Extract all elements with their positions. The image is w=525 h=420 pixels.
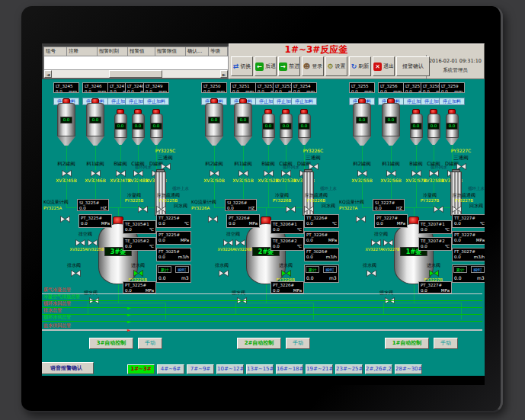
level-transmitter-display[interactable]: LT_32560.0mm [378,82,404,93]
page-button[interactable]: 23#~25# [335,364,363,374]
emergency-valve-icon[interactable] [304,206,314,213]
page-button[interactable]: 10#~12# [216,364,244,374]
tank-valve-icon[interactable] [357,170,367,177]
level-transmitter-display[interactable]: LT_32550.0mm [349,82,375,93]
instrument-display[interactable]: PT_3226#0.0MPa [304,231,339,245]
instrument-display[interactable]: TE_3205#20.0℃ [123,237,156,251]
level-transmitter-display[interactable]: LT_32450.0mm [53,82,79,93]
instrument-display[interactable]: PT_3225#0.0MPa [156,231,191,245]
instrument-display[interactable]: FT_3026#0.0m3/h [304,248,339,261]
tank-valve-icon[interactable] [91,170,101,177]
toolbar-button-refresh[interactable]: ↻刷新 [349,56,371,76]
inlet-valve-icon[interactable] [281,270,291,277]
voice-alarm-ack-button[interactable]: 语音报警确认 [42,362,94,374]
totalizer-display[interactable]: 累计瞬时0.0m3 [304,265,339,283]
page-button[interactable]: 7#~9# [187,364,214,374]
instrument-display[interactable]: TE_3207#20.0℃ [418,237,452,251]
instrument-display[interactable]: PT_3227#0.0MPa [374,214,408,228]
kq-flow-valve-icon[interactable] [60,216,70,223]
drain-valve-icon[interactable] [219,270,229,277]
level-transmitter-display[interactable]: LT_32490.0mm [143,82,169,93]
instrument-display[interactable]: TE_3207#10.0℃ [418,220,452,234]
toolbar-button-login[interactable]: ☻登录 [302,56,324,76]
instrument-display[interactable]: FT_3025#0.0m3/h [156,248,191,261]
tank-valve-icon[interactable] [210,170,219,177]
instrument-display[interactable]: PT_3226#0.0MPa [226,214,260,228]
instrument-display[interactable]: PT_3227#0.0MPa [452,231,485,245]
tank-valve-icon[interactable] [62,170,72,177]
inlet-valve-icon[interactable] [429,270,439,277]
instrument-display[interactable]: TT_3227#0.0℃ [452,214,485,228]
condenser-valve-icon[interactable] [138,206,148,213]
toolbar-button-alarm-ack[interactable]: 报警确认 [396,56,430,76]
totalizer-display[interactable]: 累计瞬时0.0m3 [156,265,191,283]
auto-control-button[interactable]: 2#自动控制 [237,338,281,349]
tank-valve-icon[interactable] [386,170,396,177]
instrument-display[interactable]: TT_3226#0.0℃ [304,214,339,228]
emergency-valve-icon[interactable] [156,206,166,213]
instrument-display[interactable]: TE_3205#10.0℃ [123,220,156,234]
scroll-right-arrow[interactable]: ► [220,70,228,78]
instrument-value: 0.0 [79,206,86,210]
instrument-display[interactable]: PT_3226#0.0MPa [271,281,304,293]
tank-valve-icon[interactable] [264,170,274,177]
instrument-display[interactable]: TT_3225#0.0℃ [156,214,191,228]
page-button[interactable]: 13#~15# [246,364,274,374]
totalizer-display[interactable]: 累计瞬时0.0m3 [452,265,485,283]
scroll-thumb[interactable] [109,70,162,78]
page-button[interactable]: 2#,26#,27 [365,364,392,374]
scroll-left-arrow[interactable]: ◄ [44,70,52,78]
instrument-display[interactable]: PT_3227#0.0MPa [418,281,452,293]
vent-valve-icon[interactable] [235,239,245,246]
emergency-valve-icon[interactable] [452,206,462,213]
alarm-scrollbar[interactable]: ◄ ► [44,69,228,78]
tank-valve-icon[interactable] [133,170,143,177]
vent-valve-icon[interactable] [75,239,85,246]
tank-valve-icon[interactable] [116,170,126,177]
page-button[interactable]: 4#~6# [157,364,184,374]
manual-control-button[interactable]: 手动 [286,338,310,349]
instrument-display[interactable]: TE_3206#10.0℃ [271,220,304,234]
instrument-display[interactable]: PT_3225#0.0MPa [78,214,112,228]
instrument-value: 0.0 [203,89,210,93]
toolbar-button-forward[interactable]: →前进 [278,56,300,76]
instrument-display[interactable]: FT_3027#0.0m3/h [452,248,485,261]
instrument-display[interactable]: SI_3225#0.0HZ [77,199,109,211]
auto-control-button[interactable]: 3#自动控制 [89,338,133,349]
instrument-display[interactable]: PT_3225#0.0MPa [123,281,156,293]
level-transmitter-display[interactable]: LT_32590.0mm [439,82,465,93]
page-button[interactable]: 16#~18# [276,364,303,374]
manual-control-button[interactable]: 手动 [138,338,162,349]
page-button[interactable]: 28#~30# [395,364,422,374]
auto-control-button[interactable]: 1#自动控制 [385,338,429,349]
instrument-display[interactable]: TE_3206#20.0℃ [271,237,304,251]
kq-flow-valve-icon[interactable] [208,216,218,223]
level-transmitter-display[interactable]: LT_32540.0mm [291,82,317,93]
level-transmitter-display[interactable]: LT_32460.0mm [82,82,108,93]
tank-valve-icon[interactable] [238,170,248,177]
vent-valve-icon[interactable] [383,239,393,246]
page-button[interactable]: 19#~21# [306,364,333,374]
vent-valve-icon[interactable] [88,239,98,246]
condenser-valve-icon[interactable] [286,206,296,213]
instrument-display[interactable]: SI_3227#0.0HZ [373,199,405,211]
instrument-display[interactable]: SI_3226#0.0HZ [225,199,257,211]
toolbar-button-switch[interactable]: ⇄切换 [231,56,253,76]
toolbar-button-back[interactable]: ←后退 [254,56,277,76]
inlet-valve-icon[interactable] [133,270,143,277]
vent-valve-icon[interactable] [371,239,381,246]
level-transmitter-display[interactable]: LT_32500.0mm [201,82,227,93]
tank-valve-icon[interactable] [281,170,291,177]
drain-valve-icon[interactable] [71,270,81,277]
tank-valve-icon[interactable] [411,170,421,177]
vent-valve-icon[interactable] [223,239,233,246]
condenser-valve-icon[interactable] [434,206,443,213]
level-transmitter-display[interactable]: LT_32510.0mm [230,82,256,93]
kq-flow-valve-icon[interactable] [356,216,366,223]
manual-control-button[interactable]: 手动 [434,338,458,349]
page-button[interactable]: 1#~3# [127,364,155,374]
drain-valve-icon[interactable] [367,270,376,277]
toolbar-button-settings[interactable]: ⚙设置 [325,56,347,76]
tank-valve-icon[interactable] [429,170,439,177]
toolbar-button-exit[interactable]: ✕退出 [373,56,395,76]
